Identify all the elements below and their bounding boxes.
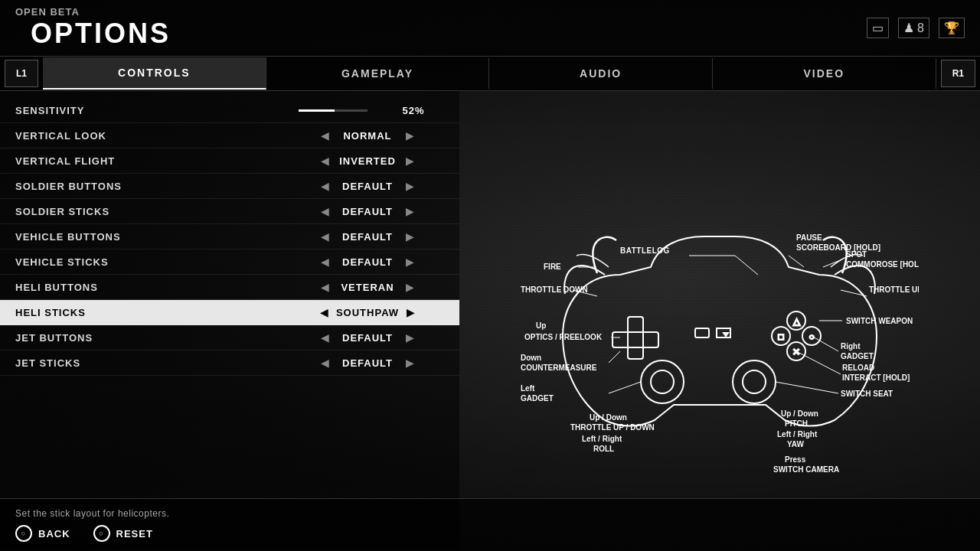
tab-audio[interactable]: AUDIO — [489, 58, 713, 89]
arrow-left[interactable]: ◀ — [321, 205, 329, 217]
sensitivity-fill — [299, 109, 335, 112]
sensitivity-bar — [299, 109, 368, 112]
svg-text:△: △ — [793, 316, 801, 327]
arrow-right[interactable]: ▶ — [407, 306, 415, 318]
svg-text:Right: Right — [841, 342, 861, 350]
main-content: SENSITIVITY 52% VERTICAL LOOK ◀ NORMAL ▶ — [0, 91, 980, 550]
footer-hint: Set the stick layout for helicopters. — [15, 508, 965, 519]
svg-text:Press: Press — [785, 455, 806, 464]
svg-point-2 — [641, 360, 684, 403]
svg-line-20 — [789, 256, 804, 267]
setting-jet-sticks[interactable]: JET STICKS ◀ DEFAULT ▶ — [0, 350, 459, 376]
svg-text:COUNTERMEASURE: COUNTERMEASURE — [521, 364, 597, 372]
tab-nav-r1[interactable]: R1 — [941, 60, 975, 87]
svg-text:THROTTLE DOWN: THROTTLE DOWN — [521, 285, 588, 294]
svg-text:GADGET: GADGET — [521, 394, 554, 403]
arrow-right[interactable]: ▶ — [406, 256, 414, 268]
svg-text:PITCH: PITCH — [785, 419, 808, 428]
svg-line-30 — [841, 290, 867, 296]
svg-text:RELOAD: RELOAD — [842, 364, 874, 372]
arrow-right[interactable]: ▶ — [406, 357, 414, 369]
svg-rect-1 — [612, 332, 658, 347]
svg-text:BATTLELOG: BATTLELOG — [620, 246, 670, 255]
header: OPEN BETA OPTIONS ▭ ♟ 8 🏆 — [0, 0, 980, 57]
setting-vehicle-buttons[interactable]: VEHICLE BUTTONS ◀ DEFAULT ▶ — [0, 224, 459, 249]
svg-text:Up: Up — [536, 321, 546, 330]
setting-vertical-flight[interactable]: VERTICAL FLIGHT ◀ INVERTED ▶ — [0, 148, 459, 174]
arrow-right[interactable]: ▶ — [406, 281, 414, 293]
svg-text:OPTICS / FREELOOK: OPTICS / FREELOOK — [524, 333, 603, 341]
svg-text:ROLL: ROLL — [593, 445, 614, 453]
arrow-left[interactable]: ◀ — [320, 306, 328, 318]
arrow-right[interactable]: ▶ — [406, 180, 414, 192]
reset-button[interactable]: ○ RESET — [93, 525, 153, 542]
arrow-left[interactable]: ◀ — [321, 180, 329, 192]
arrow-left[interactable]: ◀ — [321, 230, 329, 243]
svg-rect-0 — [628, 317, 643, 359]
svg-text:THROTTLE UP: THROTTLE UP — [869, 285, 919, 294]
svg-text:PAUSE: PAUSE — [796, 233, 822, 242]
tab-nav-l1[interactable]: L1 — [5, 60, 38, 87]
svg-text:Left / Right: Left / Right — [582, 435, 622, 443]
back-button[interactable]: ○ BACK — [15, 525, 70, 542]
arrow-left[interactable]: ◀ — [321, 129, 329, 142]
tab-bar: L1 CONTROLS GAMEPLAY AUDIO VIDEO R1 — [0, 57, 980, 91]
footer-buttons: ○ BACK ○ RESET — [15, 525, 965, 542]
svg-line-40 — [609, 351, 620, 363]
settings-panel: SENSITIVITY 52% VERTICAL LOOK ◀ NORMAL ▶ — [0, 91, 459, 550]
arrow-left[interactable]: ◀ — [321, 331, 329, 344]
svg-text:Left / Right: Left / Right — [777, 430, 818, 439]
arrow-right[interactable]: ▶ — [406, 129, 414, 142]
arrow-left[interactable]: ◀ — [321, 256, 329, 268]
arrow-right[interactable]: ▶ — [406, 230, 414, 243]
svg-text:Up / Down: Up / Down — [781, 409, 818, 418]
svg-line-46 — [609, 382, 641, 393]
setting-sensitivity[interactable]: SENSITIVITY 52% — [0, 99, 459, 123]
svg-text:Down: Down — [521, 354, 541, 362]
setting-heli-sticks[interactable]: HELI STICKS ◀ SOUTHPAW ▶ — [0, 300, 459, 325]
open-beta-label: OPEN BETA — [15, 6, 171, 18]
tab-controls[interactable]: CONTROLS — [43, 57, 266, 90]
back-button-label: BACK — [38, 528, 70, 540]
back-button-icon: ○ — [15, 525, 32, 542]
controller-diagram: △ ○ ✕ □ — [521, 168, 919, 474]
svg-text:Left: Left — [521, 384, 535, 393]
setting-soldier-buttons[interactable]: SOLDIER BUTTONS ◀ DEFAULT ▶ — [0, 174, 459, 199]
setting-soldier-sticks[interactable]: SOLDIER STICKS ◀ DEFAULT ▶ — [0, 199, 459, 224]
setting-jet-buttons[interactable]: JET BUTTONS ◀ DEFAULT ▶ — [0, 325, 459, 350]
battery-icon: ▭ — [867, 18, 889, 38]
svg-text:SWITCH CAMERA: SWITCH CAMERA — [773, 465, 839, 474]
svg-text:YAW: YAW — [787, 440, 804, 448]
setting-heli-buttons[interactable]: HELI BUTTONS ◀ VETERAN ▶ — [0, 275, 459, 300]
svg-text:□: □ — [778, 331, 783, 342]
svg-point-5 — [743, 370, 766, 393]
setting-vehicle-sticks[interactable]: VEHICLE STICKS ◀ DEFAULT ▶ — [0, 249, 459, 275]
svg-text:Up / Down: Up / Down — [590, 413, 627, 422]
svg-text:GADGET: GADGET — [841, 352, 874, 360]
arrow-left[interactable]: ◀ — [321, 357, 329, 369]
header-icons: ▭ ♟ 8 🏆 — [867, 18, 965, 38]
arrow-right[interactable]: ▶ — [406, 155, 414, 167]
svg-text:INTERACT [HOLD]: INTERACT [HOLD] — [842, 373, 910, 382]
page-title: OPTIONS — [31, 18, 171, 50]
svg-text:SPOT: SPOT — [846, 250, 867, 259]
trophy-icon: 🏆 — [939, 18, 965, 38]
svg-text:✕: ✕ — [792, 347, 800, 357]
tab-video[interactable]: VIDEO — [713, 58, 936, 89]
svg-text:THROTTLE UP / DOWN: THROTTLE UP / DOWN — [570, 423, 655, 432]
setting-vertical-look[interactable]: VERTICAL LOOK ◀ NORMAL ▶ — [0, 123, 459, 148]
arrow-right[interactable]: ▶ — [406, 331, 414, 344]
arrow-left[interactable]: ◀ — [321, 155, 329, 167]
arrow-right[interactable]: ▶ — [406, 205, 414, 217]
svg-text:COMMOROSE [HOLD]: COMMOROSE [HOLD] — [846, 260, 919, 269]
reset-button-icon: ○ — [93, 525, 110, 542]
svg-rect-14 — [695, 328, 709, 337]
svg-text:FIRE: FIRE — [544, 262, 561, 271]
tab-gameplay[interactable]: GAMEPLAY — [266, 58, 490, 89]
svg-text:SWITCH WEAPON: SWITCH WEAPON — [846, 317, 913, 325]
arrow-left[interactable]: ◀ — [321, 281, 329, 293]
controller-panel: △ ○ ✕ □ — [459, 91, 980, 550]
svg-point-4 — [733, 360, 776, 403]
svg-line-43 — [796, 351, 841, 374]
svg-point-3 — [651, 370, 674, 393]
